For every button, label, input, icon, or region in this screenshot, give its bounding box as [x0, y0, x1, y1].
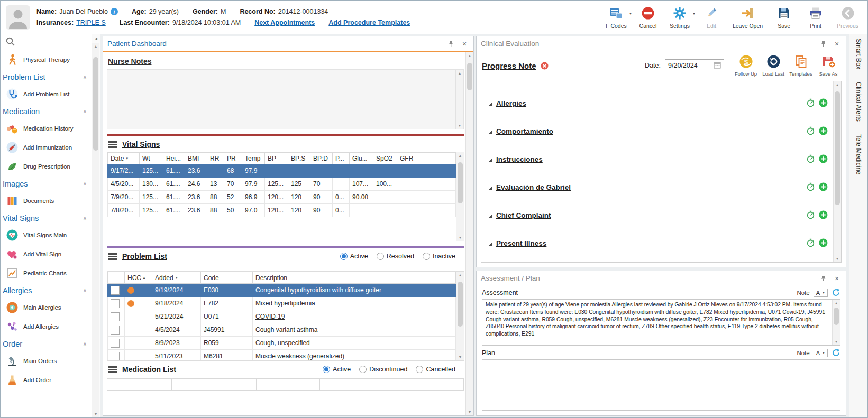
follow-up-button[interactable]: $Follow Up [734, 54, 758, 77]
assessment-note-dropdown[interactable]: A▼ [814, 289, 828, 297]
sidebar-collapse-icon[interactable]: ◄ [92, 34, 100, 43]
save-button[interactable]: Save [769, 4, 799, 30]
note-section-title[interactable]: Chief Complaint [496, 211, 551, 219]
scroll-thumb[interactable] [93, 57, 98, 151]
row-checkbox[interactable] [111, 312, 120, 321]
scroll-down-button[interactable]: ▼ [834, 255, 841, 262]
medication-section-title[interactable]: Medication List [122, 365, 176, 374]
row-checkbox[interactable] [111, 299, 120, 308]
pin-icon[interactable] [446, 39, 455, 49]
pin-icon[interactable] [818, 39, 828, 49]
scroll-thumb[interactable] [458, 162, 463, 203]
add-section-icon[interactable] [819, 98, 828, 107]
next-appointments-link[interactable]: Next Appointments [254, 19, 315, 26]
insurances-link[interactable]: TRIPLE S [76, 19, 106, 26]
scroll-down-button[interactable]: ▼ [456, 354, 464, 360]
filter-caret-icon[interactable]: ▼ [175, 276, 178, 280]
problem-select-cell[interactable] [108, 323, 125, 337]
problem-select-cell[interactable] [108, 310, 125, 323]
scroll-thumb[interactable] [467, 63, 472, 91]
note-date-input[interactable]: 9/20/2024 [665, 59, 724, 72]
scroll-track[interactable] [833, 306, 840, 338]
vitals-col-bp-s[interactable]: BP:S [288, 153, 310, 164]
problem-select-cell[interactable] [108, 337, 125, 350]
save-as-button[interactable]: Save As [816, 54, 840, 77]
sidebar-item-add-allergies[interactable]: Add Allergies [1, 317, 92, 336]
add-procedure-templates-link[interactable]: Add Procedure Templates [328, 19, 410, 26]
problem-row[interactable]: 8/9/2023R059Cough, unspecified [108, 337, 456, 350]
row-checkbox[interactable] [111, 326, 120, 335]
dropdown-caret-icon[interactable]: ▼ [629, 12, 632, 15]
refresh-icon[interactable] [832, 288, 840, 297]
patient-info-icon[interactable]: i [111, 8, 118, 15]
vitals-scrollbar[interactable]: ▲▼ [456, 152, 464, 241]
filter-caret-icon[interactable]: ▼ [125, 157, 129, 160]
problem-description-cell[interactable]: Cough, unspecified [253, 337, 456, 350]
medication-col[interactable] [320, 379, 464, 391]
note-section-review-of-systems[interactable]: Review of Systems [488, 250, 831, 262]
print-button[interactable]: Print [800, 4, 831, 30]
problem-row[interactable]: 5/21/2024U071COVID-19 [108, 310, 456, 323]
sidebar-search[interactable] [1, 34, 92, 50]
vitals-section-title[interactable]: Vital Signs [122, 140, 160, 148]
problem-col-description[interactable]: Description [253, 272, 456, 284]
vitals-col-hei[interactable]: Hei... [163, 153, 185, 164]
settings-button[interactable]: ▼Settings [664, 4, 695, 30]
vitals-col-bmi[interactable]: BMI [185, 153, 207, 164]
close-icon[interactable]: × [832, 39, 842, 49]
plan-textbox[interactable] [482, 359, 840, 411]
load-last-button[interactable]: Load Last [761, 54, 785, 77]
medication-col[interactable] [257, 379, 320, 391]
note-section-title[interactable]: Evaluación de Gabriel [496, 183, 571, 191]
add-section-icon[interactable] [819, 182, 828, 191]
row-checkbox[interactable] [111, 286, 120, 295]
sidebar-item-add-order[interactable]: Add Order [1, 370, 92, 389]
close-icon[interactable]: × [832, 274, 842, 283]
sidebar-section-vital-signs[interactable]: Vital Signs∧ [1, 210, 92, 226]
note-section-title[interactable]: Allergies [496, 99, 526, 107]
sidebar-item-pediatric-charts[interactable]: Pediatric Charts [1, 264, 92, 283]
hamburger-menu-icon[interactable] [108, 256, 117, 257]
problem-row[interactable]: 5/11/2023M6281Muscle weakness (generaliz… [108, 350, 456, 361]
medication-filter-active[interactable]: Active [323, 366, 351, 373]
add-section-icon[interactable] [819, 210, 828, 219]
vitals-row[interactable]: 9/17/2...125...61....23.66897.9 [108, 164, 456, 178]
clinical-scrollbar[interactable]: ▲▼ [833, 81, 841, 262]
vitals-col-gfr[interactable]: GFR [397, 153, 418, 164]
note-section-comportamiento[interactable]: Comportamiento [488, 110, 831, 138]
scroll-track[interactable] [466, 59, 473, 408]
vitals-col-p[interactable]: P... [333, 153, 350, 164]
plan-note-dropdown[interactable]: A▼ [814, 349, 828, 357]
problem-section-title[interactable]: Problem List [122, 252, 167, 261]
problem-scrollbar[interactable]: ▲▼ [456, 272, 464, 360]
add-section-icon[interactable] [819, 126, 828, 135]
cancel-button[interactable]: Cancel [633, 4, 663, 30]
timer-icon[interactable] [806, 238, 815, 247]
problem-col-code[interactable]: Code [201, 272, 253, 284]
scroll-up-button[interactable]: ▲ [456, 272, 464, 278]
medication-filter-cancelled[interactable]: Cancelled [416, 366, 455, 373]
side-tab-clinical-alerts[interactable]: Clinical Alerts [855, 82, 862, 122]
problem-col-added[interactable]: Added▼ [152, 272, 201, 284]
note-section-allergies[interactable]: Allergies [488, 82, 831, 110]
scroll-track[interactable] [456, 278, 464, 354]
timer-icon[interactable] [806, 98, 815, 107]
sidebar-section-order[interactable]: Order∧ [1, 336, 92, 351]
sidebar-item-medication-history[interactable]: Medication History [1, 119, 92, 138]
vitals-col-rr[interactable]: RR [207, 153, 224, 164]
refresh-icon[interactable] [832, 348, 840, 357]
vitals-col-wt[interactable]: Wt [140, 153, 163, 164]
scroll-down-button[interactable]: ▼ [92, 411, 99, 417]
nurse-notes-box[interactable]: ▲▼ [107, 69, 464, 129]
row-checkbox[interactable] [111, 339, 120, 348]
sidebar-item-drug-prescription[interactable]: Drug Prescription [1, 157, 92, 176]
medication-col[interactable] [107, 379, 123, 391]
sidebar-item-physical-therapy[interactable]: Physical Therapy [1, 50, 92, 69]
scroll-down-button[interactable]: ▼ [466, 408, 473, 415]
vitals-col-pr[interactable]: PR [224, 153, 242, 164]
sidebar-item-add-problem-list[interactable]: Add Problem List [1, 85, 92, 104]
scroll-thumb[interactable] [834, 308, 839, 325]
medication-col[interactable] [123, 379, 172, 391]
note-section-present-illness[interactable]: Present Illness [488, 222, 831, 250]
vitals-col-temp[interactable]: Temp [242, 153, 265, 164]
